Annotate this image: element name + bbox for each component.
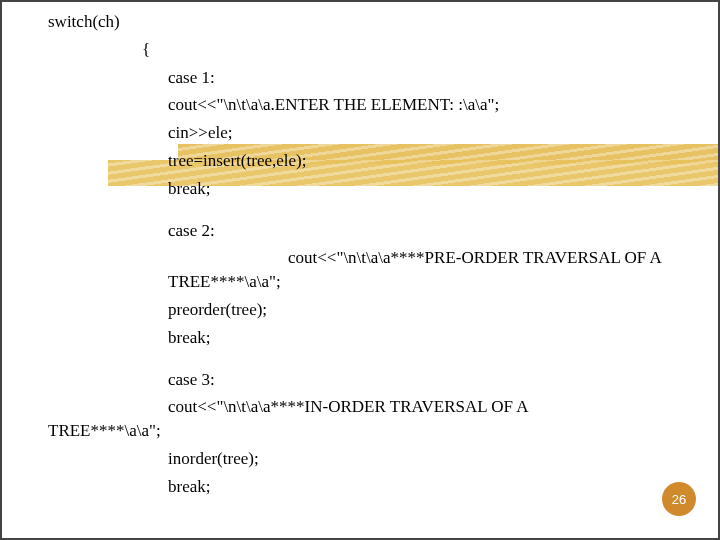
code-line: { — [48, 38, 672, 62]
slide-page: switch(ch) { case 1: cout<<"\n\t\a\a.ENT… — [0, 0, 720, 540]
code-line: inorder(tree); — [48, 447, 672, 471]
code-line: cout<<"\n\t\a\a.ENTER THE ELEMENT: :\a\a… — [48, 93, 672, 117]
code-line: switch(ch) — [48, 10, 672, 34]
code-line: preorder(tree); — [48, 298, 672, 322]
code-line: cin>>ele; — [48, 121, 672, 145]
code-line: case 2: — [48, 219, 672, 243]
code-line: case 3: — [48, 368, 672, 392]
code-line: cout<<"\n\t\a\a****IN-ORDER TRAVERSAL OF… — [168, 395, 672, 443]
code-line: case 1: — [48, 66, 672, 90]
code-line: tree=insert(tree,ele); — [48, 149, 672, 173]
page-number: 26 — [672, 492, 686, 507]
code-line: break; — [48, 177, 672, 201]
code-line: break; — [48, 475, 672, 499]
page-number-badge: 26 — [662, 482, 696, 516]
code-line: break; — [48, 326, 672, 350]
code-content: switch(ch) { case 1: cout<<"\n\t\a\a.ENT… — [48, 10, 672, 503]
code-line: cout<<"\n\t\a\a****PRE-ORDER TRAVERSAL O… — [168, 246, 672, 294]
